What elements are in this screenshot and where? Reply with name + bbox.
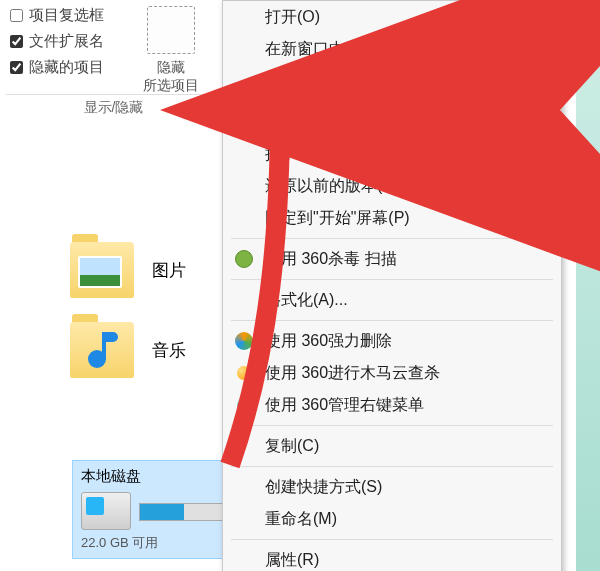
menu-separator bbox=[231, 425, 553, 426]
hide-selected-button[interactable]: 隐藏 所选项目 bbox=[136, 2, 206, 94]
checkbox-label: 隐藏的项目 bbox=[29, 58, 104, 77]
menu-separator bbox=[231, 320, 553, 321]
folder-label: 音乐 bbox=[152, 339, 186, 362]
swirl-icon bbox=[233, 330, 255, 352]
menu-open-new-window[interactable]: 在新窗口中打开(E) bbox=[223, 33, 561, 65]
context-menu: 打开(O) 在新窗口中打开(E) 固定到快速访问 启用 BitLocker(B)… bbox=[222, 0, 562, 571]
chevron-right-icon: 〉 bbox=[531, 144, 547, 165]
menu-pin-start[interactable]: 固定到"开始"屏幕(P) bbox=[223, 202, 561, 234]
menu-360-force-delete[interactable]: 使用 360强力删除 bbox=[223, 325, 561, 357]
menu-open[interactable]: 打开(O) bbox=[223, 1, 561, 33]
folder-label: 图片 bbox=[152, 259, 186, 282]
gold-ball-icon bbox=[233, 362, 255, 384]
menu-360-manage-menu[interactable]: 使用 360管理右键菜单 bbox=[223, 389, 561, 421]
menu-properties[interactable]: 属性(R) bbox=[223, 544, 561, 571]
checkbox-input[interactable] bbox=[10, 9, 23, 22]
checkbox-input[interactable] bbox=[10, 35, 23, 48]
antivirus-icon bbox=[233, 248, 255, 270]
menu-format[interactable]: 格式化(A)... bbox=[223, 284, 561, 316]
folder-pictures-icon bbox=[70, 242, 134, 298]
folder-pictures[interactable]: 图片 bbox=[70, 230, 186, 310]
checkbox-label: 项目复选框 bbox=[29, 6, 104, 25]
menu-separator bbox=[231, 539, 553, 540]
hide-selected-label: 隐藏 所选项目 bbox=[136, 58, 206, 94]
hide-selected-icon bbox=[147, 6, 195, 54]
menu-grant-access[interactable]: 授予访问权限(G)〉 bbox=[223, 138, 561, 170]
cyan-ball-icon bbox=[233, 394, 255, 416]
ribbon-group-label: 显示/隐藏 bbox=[6, 94, 221, 117]
menu-rename[interactable]: 重命名(M) bbox=[223, 503, 561, 535]
checkbox-label: 文件扩展名 bbox=[29, 32, 104, 51]
menu-360-scan[interactable]: 使用 360杀毒 扫描 bbox=[223, 243, 561, 275]
menu-create-shortcut[interactable]: 创建快捷方式(S) bbox=[223, 471, 561, 503]
folder-music-icon bbox=[70, 322, 134, 378]
window-edge-decoration bbox=[576, 0, 600, 571]
menu-separator bbox=[231, 279, 553, 280]
menu-separator bbox=[231, 133, 553, 134]
checkbox-input[interactable] bbox=[10, 61, 23, 74]
menu-restore-previous[interactable]: 还原以前的版本(V) bbox=[223, 170, 561, 202]
drive-icon bbox=[81, 492, 131, 530]
checkbox-hidden-items[interactable]: 隐藏的项目 bbox=[6, 54, 136, 80]
folder-music[interactable]: 音乐 bbox=[70, 310, 186, 390]
shield-icon bbox=[233, 102, 255, 124]
menu-enable-bitlocker[interactable]: 启用 BitLocker(B) bbox=[223, 97, 561, 129]
menu-360-trojan-scan[interactable]: 使用 360进行木马云查杀 bbox=[223, 357, 561, 389]
menu-pin-quick-access[interactable]: 固定到快速访问 bbox=[223, 65, 561, 97]
menu-separator bbox=[231, 238, 553, 239]
menu-copy[interactable]: 复制(C) bbox=[223, 430, 561, 462]
checkbox-item-checkboxes[interactable]: 项目复选框 bbox=[6, 2, 136, 28]
checkbox-file-extensions[interactable]: 文件扩展名 bbox=[6, 28, 136, 54]
menu-label: 启用 BitLocker(B) bbox=[265, 103, 547, 124]
menu-separator bbox=[231, 466, 553, 467]
ribbon-show-hide-group: 项目复选框 文件扩展名 隐藏的项目 隐藏 所选项目 显示/隐藏 bbox=[6, 2, 221, 117]
